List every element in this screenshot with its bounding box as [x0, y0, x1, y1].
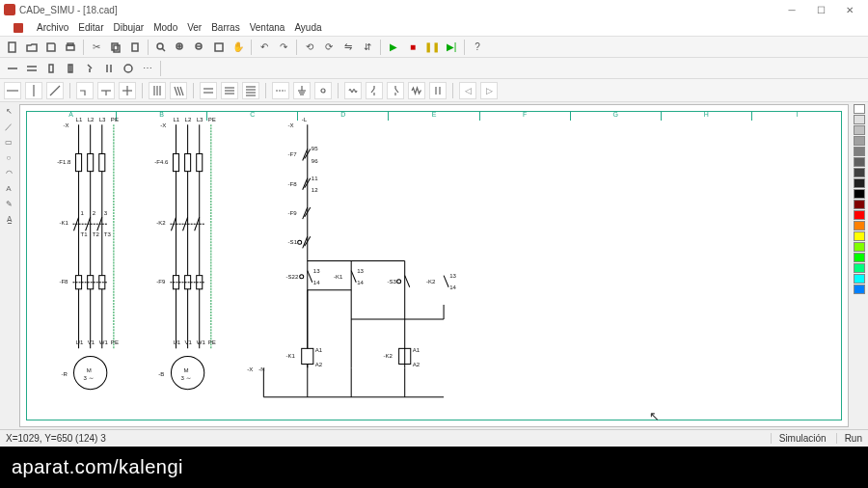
status-coords: X=1029, Y=650 (124) 3 — [6, 433, 106, 444]
pause-icon[interactable]: ❚❚ — [423, 39, 441, 56]
text-icon[interactable]: A — [2, 181, 15, 195]
pal-4line-h[interactable] — [242, 82, 259, 99]
svg-text:-K2: -K2 — [156, 220, 166, 226]
menu-ver[interactable]: Ver — [187, 22, 202, 33]
close-button[interactable]: ✕ — [835, 0, 864, 19]
pal-coil[interactable] — [344, 82, 362, 99]
pal-ground[interactable] — [293, 82, 311, 99]
cat-protection-icon[interactable] — [42, 60, 60, 77]
erase-icon[interactable]: ✎ — [2, 197, 15, 210]
cat-power-icon[interactable] — [23, 60, 41, 77]
pal-arrow-r[interactable]: ▷ — [480, 82, 498, 99]
color-swatch[interactable] — [854, 115, 865, 124]
cat-motor-icon[interactable] — [120, 60, 137, 77]
color-swatch[interactable] — [854, 125, 865, 135]
pal-3line-h[interactable] — [221, 82, 238, 99]
rect-icon[interactable]: ▭ — [2, 135, 15, 149]
pan-icon[interactable]: ✋ — [230, 39, 247, 56]
circle-icon[interactable]: ○ — [2, 150, 15, 164]
line-icon[interactable]: ／ — [2, 120, 15, 133]
redo-icon[interactable]: ↷ — [275, 39, 292, 56]
color-swatch[interactable] — [854, 157, 865, 167]
color-swatch[interactable] — [854, 147, 865, 156]
color-swatch[interactable] — [854, 231, 865, 241]
svg-text:L2: L2 — [88, 117, 95, 122]
pal-2line-h[interactable] — [200, 82, 217, 99]
color-swatch[interactable] — [854, 104, 865, 114]
menu-editar[interactable]: Editar — [78, 22, 103, 33]
color-swatch[interactable] — [854, 274, 865, 284]
arc-icon[interactable]: ◠ — [2, 166, 15, 179]
save-icon[interactable] — [42, 39, 60, 56]
color-swatch[interactable] — [854, 242, 865, 252]
step-icon[interactable]: ▶| — [443, 39, 460, 56]
pal-nc[interactable] — [366, 82, 383, 99]
cat-wire-icon[interactable] — [4, 60, 21, 77]
cat-fuse-icon[interactable] — [62, 60, 79, 77]
pal-tee[interactable] — [97, 82, 115, 99]
pal-no[interactable] — [387, 82, 404, 99]
menu-barras[interactable]: Barras — [211, 22, 239, 33]
zoom-out-icon[interactable] — [191, 39, 208, 56]
menu-archivo[interactable]: Archivo — [37, 22, 68, 33]
rot-right-icon[interactable]: ⟳ — [320, 39, 338, 56]
color-swatch[interactable] — [854, 136, 865, 146]
menu-ayuda[interactable]: Ayuda — [294, 22, 321, 33]
pal-resistor[interactable] — [408, 82, 425, 99]
pal-corner[interactable] — [76, 82, 94, 99]
measure-icon[interactable]: A̲ — [2, 212, 15, 226]
pal-3ph-vert[interactable] — [149, 82, 166, 99]
pal-dash[interactable] — [272, 82, 289, 99]
watermark: aparat.com/kalengi — [12, 456, 183, 478]
color-swatch[interactable] — [854, 168, 865, 177]
stop-icon[interactable]: ■ — [404, 39, 421, 56]
menu-modo[interactable]: Modo — [153, 22, 177, 33]
menu-ventana[interactable]: Ventana — [250, 22, 285, 33]
window-controls: ─ ☐ ✕ — [777, 0, 864, 19]
color-swatch[interactable] — [854, 178, 865, 188]
mirror-v-icon[interactable]: ⇵ — [359, 39, 376, 56]
color-swatch[interactable] — [854, 210, 865, 220]
paste-icon[interactable] — [126, 39, 144, 56]
pal-arrow-l[interactable]: ◁ — [459, 82, 476, 99]
pal-line-d[interactable] — [46, 82, 64, 99]
menu-dibujar[interactable]: Dibujar — [113, 22, 144, 33]
help-icon[interactable]: ? — [469, 39, 486, 56]
color-swatch[interactable] — [854, 221, 865, 230]
pal-line-h[interactable] — [4, 82, 21, 99]
minimize-button[interactable]: ─ — [777, 0, 806, 19]
maximize-button[interactable]: ☐ — [806, 0, 835, 19]
svg-text:-F8: -F8 — [288, 181, 298, 187]
cat-more-icon[interactable]: ⋯ — [139, 60, 156, 77]
zoom-window-icon[interactable] — [210, 39, 228, 56]
drawing-canvas[interactable]: ABCDEFGHI L1L2L3PE -X -F1.8 — [19, 104, 849, 427]
pal-cap[interactable] — [429, 82, 447, 99]
print-icon[interactable] — [62, 39, 79, 56]
pointer-icon[interactable]: ↖ — [2, 104, 15, 118]
zoom-in-icon[interactable] — [172, 39, 189, 56]
cat-breaker-icon[interactable] — [81, 60, 98, 77]
color-swatch[interactable] — [854, 263, 865, 273]
pal-terminal[interactable] — [314, 82, 332, 99]
undo-icon[interactable]: ↶ — [256, 39, 273, 56]
color-swatch[interactable] — [854, 189, 865, 199]
color-swatch[interactable] — [854, 200, 865, 209]
pal-cross[interactable] — [119, 82, 136, 99]
open-icon[interactable] — [23, 39, 41, 56]
pal-line-v[interactable] — [25, 82, 42, 99]
cat-contactor-icon[interactable] — [100, 60, 118, 77]
rot-left-icon[interactable]: ⟲ — [301, 39, 318, 56]
zoom-fit-icon[interactable] — [152, 39, 170, 56]
new-icon[interactable] — [4, 39, 21, 56]
svg-text:U1: U1 — [173, 339, 180, 345]
color-swatch[interactable] — [854, 253, 865, 262]
svg-text:T2: T2 — [93, 231, 100, 237]
run-icon[interactable]: ▶ — [385, 39, 402, 56]
left-toolbar: ↖ ／ ▭ ○ ◠ A ✎ A̲ — [0, 102, 17, 429]
cut-icon[interactable]: ✂ — [88, 39, 105, 56]
copy-icon[interactable] — [107, 39, 124, 56]
svg-text:96: 96 — [312, 158, 318, 164]
color-swatch[interactable] — [854, 285, 865, 294]
pal-3ph-angle[interactable] — [170, 82, 187, 99]
mirror-h-icon[interactable]: ⇋ — [339, 39, 357, 56]
